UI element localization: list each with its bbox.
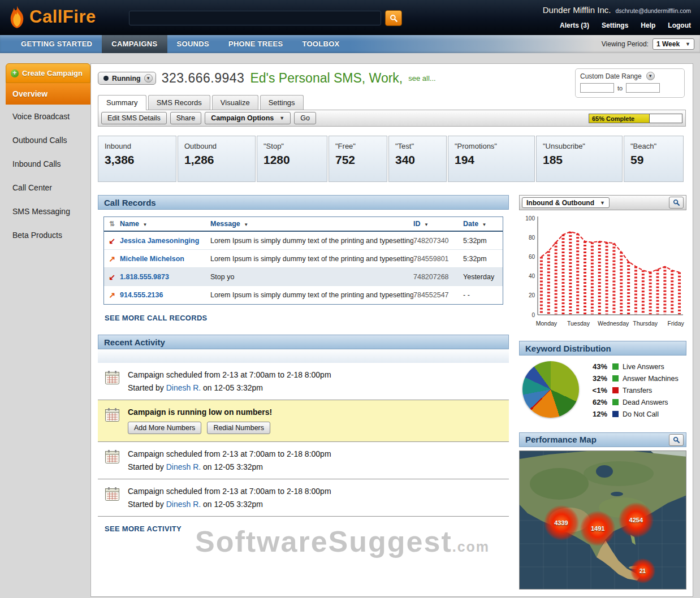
- legend-row: 32%Answer Machines: [585, 374, 679, 383]
- recent-activity-subband: [98, 349, 509, 363]
- svg-text:Wednesday: Wednesday: [598, 320, 629, 327]
- record-name[interactable]: Michelle Michelson: [120, 255, 210, 263]
- callfire-logo[interactable]: CallFire: [8, 5, 96, 29]
- stat-label: "Free": [335, 142, 387, 150]
- date-from-input[interactable]: [580, 83, 614, 93]
- sidebar-item-outbound-calls[interactable]: Outbound Calls: [6, 128, 90, 152]
- stat-value: 59: [630, 153, 683, 167]
- stat-label: "Beach": [630, 142, 683, 150]
- account-area: Dunder Mifflin Inc. dschrute@dundermiffl…: [543, 5, 691, 29]
- tab-sms-records[interactable]: SMS Records: [148, 95, 210, 110]
- record-name[interactable]: Jessica Jamesoninging: [120, 237, 210, 245]
- help-link[interactable]: Help: [641, 21, 655, 29]
- call-record-row[interactable]: ↗914.555.2136Lorem Ipsum is simply dummy…: [104, 286, 503, 304]
- chevron-down-icon[interactable]: ▼: [646, 72, 655, 80]
- stat-label: "Stop": [263, 142, 327, 150]
- column-header-message[interactable]: Message ▼: [210, 220, 413, 228]
- inbound-outbound-dropdown[interactable]: Inbound & Outbound ▼: [522, 197, 610, 208]
- user-link[interactable]: Dinesh R.: [166, 462, 201, 471]
- stats-row: Inbound3,386Outbound1,286"Stop"1280"Free…: [98, 136, 686, 182]
- viewing-period-value: 1 Week: [656, 40, 680, 48]
- magnifier-icon: [673, 436, 680, 444]
- performance-map: 43391491425421: [519, 450, 686, 590]
- legend-percent: 32%: [585, 374, 607, 383]
- stat-box-unsubcribe: "Unsubcribe"185: [536, 136, 623, 182]
- date-to-label: to: [617, 85, 623, 92]
- alerts-3-link[interactable]: Alerts (3): [560, 21, 589, 29]
- legend-row: 62%Dead Answers: [585, 398, 679, 406]
- svg-text:0: 0: [532, 312, 535, 318]
- call-record-row[interactable]: ↗Michelle MichelsonLorem Ipsum is simply…: [104, 250, 503, 268]
- record-date: Yesterday: [463, 273, 503, 281]
- chevron-down-icon: ▼: [600, 200, 605, 206]
- calendar-icon: [105, 487, 120, 509]
- nav-item-toolbox[interactable]: TOOLBOX: [292, 35, 349, 53]
- keyword-pie-chart: [522, 361, 579, 418]
- user-link[interactable]: Dinesh R.: [166, 383, 201, 392]
- column-header-id[interactable]: ID ▼: [413, 220, 463, 228]
- user-link[interactable]: Dinesh R.: [166, 500, 201, 509]
- record-date: 5:32pm: [463, 255, 503, 263]
- activity-text: Campaign scheduled from 2-13 at 7:00am t…: [128, 449, 331, 458]
- search-button[interactable]: [385, 10, 402, 26]
- progress-bar: 65% Complete: [589, 114, 682, 123]
- add-more-numbers-button[interactable]: Add More Numbers: [128, 422, 201, 434]
- sidebar-item-beta-products[interactable]: Beta Products: [6, 223, 90, 247]
- share-button[interactable]: Share: [170, 112, 201, 124]
- record-date: - -: [463, 291, 503, 299]
- call-record-row[interactable]: ↙Jessica JamesoningingLorem Ipsum is sim…: [104, 232, 503, 250]
- exchange-icon: ⇅: [104, 220, 120, 228]
- redial-numbers-button[interactable]: Redial Numbers: [207, 422, 270, 434]
- record-name[interactable]: 1.818.555.9873: [120, 273, 210, 281]
- filter-value: Inbound & Outbound: [526, 199, 594, 207]
- chart-zoom-button[interactable]: [669, 197, 684, 209]
- see-more-call-records-link[interactable]: SEE MORE CALL RECORDS: [105, 314, 208, 322]
- edit-sms-details-button[interactable]: Edit SMS Details: [101, 112, 167, 124]
- call-record-row[interactable]: ↙1.818.555.9873Stop yo748207268Yesterday: [104, 268, 503, 286]
- activity-subtext: Started by Dinesh R. on 12-05 3:32pm: [128, 500, 331, 509]
- activity-text: Campaign scheduled from 2-13 at 7:00am t…: [128, 487, 331, 496]
- sidebar-item-voice-broadcast[interactable]: Voice Broadcast: [6, 105, 90, 128]
- see-more-activity-link[interactable]: SEE MORE ACTIVITY: [105, 525, 182, 533]
- sidebar-items: OverviewVoice BroadcastOutbound CallsInb…: [6, 83, 90, 247]
- viewing-period-label: Viewing Period:: [602, 40, 649, 48]
- nav-item-sounds[interactable]: SOUNDS: [167, 35, 219, 53]
- record-message: Stop yo: [210, 273, 413, 281]
- custom-date-range: Custom Date Range ▼ to: [575, 68, 685, 98]
- map-zoom-button[interactable]: [669, 434, 684, 446]
- sidebar-item-call-center[interactable]: Call Center: [6, 176, 90, 200]
- date-to-input[interactable]: [626, 83, 660, 93]
- legend-percent: 62%: [585, 398, 607, 406]
- svg-text:80: 80: [529, 235, 535, 241]
- global-search-input[interactable]: [129, 11, 381, 25]
- sidebar-item-inbound-calls[interactable]: Inbound Calls: [6, 152, 90, 176]
- call-records-header: Call Records: [98, 195, 509, 210]
- sidebar: + Create Campaign OverviewVoice Broadcas…: [6, 63, 90, 247]
- create-campaign-button[interactable]: + Create Campaign: [6, 63, 90, 83]
- campaign-options-dropdown[interactable]: Campaign Options ▼: [205, 112, 291, 124]
- column-header-name[interactable]: Name ▼: [120, 220, 210, 228]
- tab-summary[interactable]: Summary: [98, 95, 146, 110]
- go-button[interactable]: Go: [294, 112, 316, 124]
- see-all-link[interactable]: see all...: [408, 74, 435, 83]
- record-name[interactable]: 914.555.2136: [120, 291, 210, 299]
- nav-item-campaigns[interactable]: CAMPAIGNS: [102, 35, 167, 53]
- account-email: dschrute@dundermifflin.com: [615, 7, 691, 14]
- date-range-label: Custom Date Range: [580, 72, 642, 80]
- keyword-distribution-header: Keyword Distribution: [519, 341, 686, 356]
- settings-link[interactable]: Settings: [602, 21, 628, 29]
- sidebar-item-overview[interactable]: Overview: [6, 83, 90, 105]
- sidebar-item-sms-messaging[interactable]: SMS Messaging: [6, 200, 90, 223]
- chart-filter-bar: Inbound & Outbound ▼: [519, 195, 686, 210]
- viewing-period-dropdown[interactable]: 1 Week ▼: [653, 38, 694, 50]
- campaign-toolbar: Edit SMS Details Share Campaign Options …: [98, 110, 686, 127]
- nav-item-phone-trees[interactable]: PHONE TREES: [219, 35, 292, 53]
- logout-link[interactable]: Logout: [668, 21, 691, 29]
- column-header-date[interactable]: Date ▼: [463, 220, 503, 228]
- campaign-status-dropdown[interactable]: Running ▼: [98, 72, 156, 85]
- tab-settings[interactable]: Settings: [260, 95, 304, 110]
- tab-visualize[interactable]: Visualize: [212, 95, 258, 110]
- nav-item-getting-started[interactable]: GETTING STARTED: [11, 35, 102, 53]
- main-nav-items: GETTING STARTEDCAMPAIGNSSOUNDSPHONE TREE…: [0, 35, 700, 53]
- stat-value: 1280: [263, 153, 327, 167]
